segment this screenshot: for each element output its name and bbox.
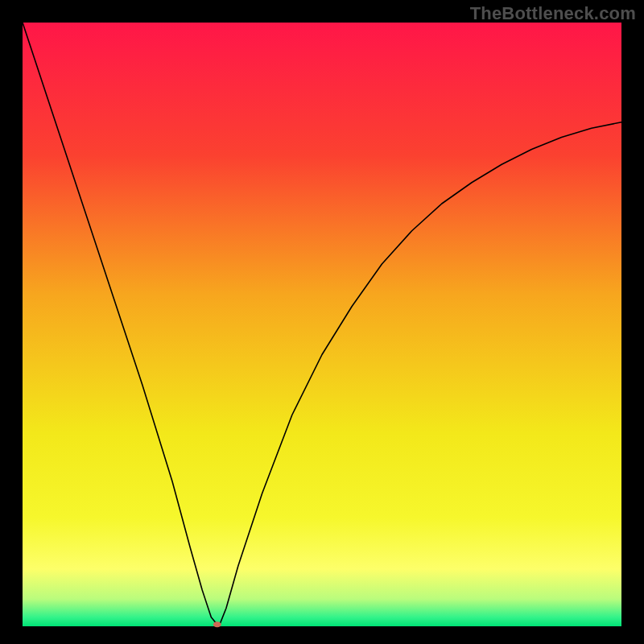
chart-svg — [0, 0, 644, 644]
watermark-text: TheBottleneck.com — [470, 3, 636, 24]
minimum-marker — [213, 621, 221, 627]
chart-frame: TheBottleneck.com — [0, 0, 644, 644]
plot-background — [23, 23, 621, 626]
